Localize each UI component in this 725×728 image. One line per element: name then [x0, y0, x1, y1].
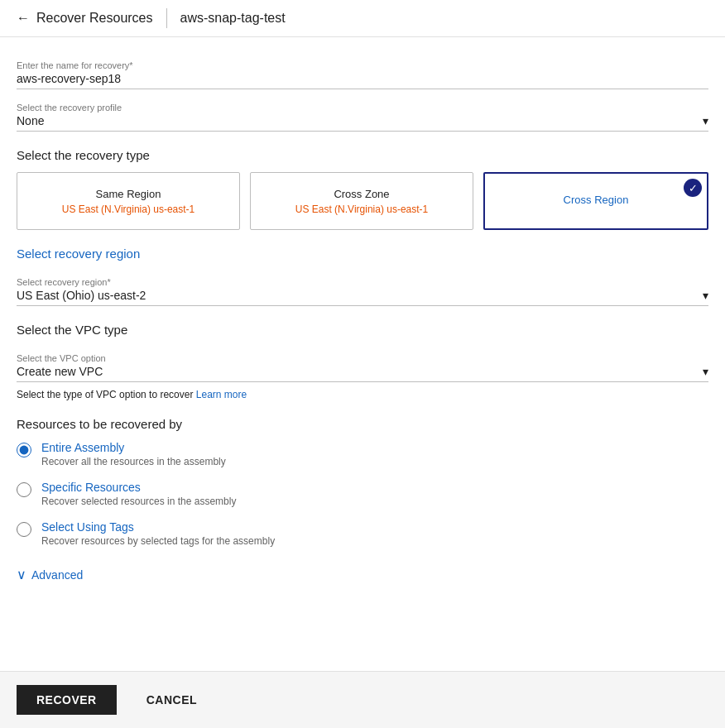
recovery-type-same-region[interactable]: Same Region US East (N.Virginia) us-east… [17, 172, 240, 230]
profile-dropdown[interactable]: None ▾ [17, 114, 708, 127]
header-title: Recover Resources [36, 11, 153, 26]
cross-region-title: Cross Region [564, 194, 629, 206]
back-button[interactable]: ← Recover Resources [17, 11, 153, 26]
same-region-subtitle: US East (N.Virginia) us-east-1 [62, 204, 195, 215]
entire-assembly-desc: Recover all the resources in the assembl… [41, 456, 226, 467]
recovery-region-title: Select recovery region [17, 247, 708, 261]
same-region-title: Same Region [96, 188, 161, 200]
vpc-dropdown[interactable]: Create new VPC ▾ [17, 365, 708, 378]
select-using-tags-option[interactable]: Select Using Tags Recover resources by s… [17, 520, 708, 547]
specific-resources-desc: Recover selected resources in the assemb… [41, 496, 236, 507]
select-using-tags-label: Select Using Tags [41, 520, 275, 534]
selected-check-icon: ✓ [684, 179, 702, 197]
specific-resources-label: Specific Resources [41, 481, 236, 494]
recovery-type-row: Same Region US East (N.Virginia) us-east… [17, 172, 708, 230]
advanced-label: Advanced [31, 568, 83, 582]
back-icon: ← [17, 11, 30, 26]
entire-assembly-option[interactable]: Entire Assembly Recover all the resource… [17, 441, 708, 467]
resources-radio-group: Entire Assembly Recover all the resource… [17, 441, 708, 547]
vpc-dropdown-arrow: ▾ [703, 365, 708, 378]
entire-assembly-content: Entire Assembly Recover all the resource… [41, 441, 226, 467]
specific-resources-option[interactable]: Specific Resources Recover selected reso… [17, 481, 708, 507]
header-subtitle: aws-snap-tag-test [180, 11, 286, 26]
recovery-region-label: Select recovery region* [17, 277, 708, 287]
entire-assembly-radio[interactable] [17, 443, 31, 457]
header: ← Recover Resources aws-snap-tag-test [0, 0, 725, 37]
recovery-type-cross-region[interactable]: ✓ Cross Region [483, 172, 708, 230]
vpc-hint: Select the type of VPC option to recover… [17, 389, 708, 400]
vpc-field: Select the VPC option Create new VPC ▾ [17, 347, 708, 382]
vpc-label: Select the VPC option [17, 353, 708, 363]
vpc-value: Create new VPC [17, 365, 103, 378]
content: Enter the name for recovery* Select the … [0, 37, 725, 665]
select-using-tags-desc: Recover resources by selected tags for t… [41, 535, 275, 547]
profile-label: Select the recovery profile [17, 103, 708, 113]
entire-assembly-label: Entire Assembly [41, 441, 226, 454]
vpc-hint-text: Select the type of VPC option to recover [17, 389, 193, 400]
recovery-type-cross-zone[interactable]: Cross Zone US East (N.Virginia) us-east-… [250, 172, 473, 230]
recovery-region-dropdown[interactable]: US East (Ohio) us-east-2 ▾ [17, 289, 708, 302]
advanced-chevron: ∨ [17, 567, 26, 582]
recovery-region-arrow: ▾ [703, 289, 708, 302]
recovery-type-title: Select the recovery type [17, 148, 708, 162]
profile-value: None [17, 114, 44, 127]
profile-dropdown-arrow: ▾ [703, 114, 708, 127]
resources-title: Resources to be recovered by [17, 417, 708, 431]
vpc-learn-more-link[interactable]: Learn more [196, 389, 247, 400]
name-field: Enter the name for recovery* [17, 54, 708, 89]
specific-resources-radio[interactable] [17, 482, 31, 497]
recover-button[interactable]: RECOVER [17, 685, 117, 715]
footer: RECOVER CANCEL [0, 671, 725, 728]
resources-section: Resources to be recovered by Entire Asse… [17, 417, 708, 547]
cross-zone-subtitle: US East (N.Virginia) us-east-1 [295, 204, 429, 215]
profile-field: Select the recovery profile None ▾ [17, 96, 708, 132]
header-divider [166, 8, 167, 28]
select-using-tags-radio[interactable] [17, 522, 31, 537]
vpc-type-title: Select the VPC type [17, 323, 708, 337]
specific-resources-content: Specific Resources Recover selected reso… [41, 481, 236, 507]
cancel-button[interactable]: CANCEL [130, 685, 214, 715]
recovery-region-value: US East (Ohio) us-east-2 [17, 289, 146, 302]
recovery-region-field: Select recovery region* US East (Ohio) u… [17, 271, 708, 306]
select-using-tags-content: Select Using Tags Recover resources by s… [41, 520, 275, 547]
advanced-section[interactable]: ∨ Advanced [17, 567, 708, 599]
name-label: Enter the name for recovery* [17, 60, 708, 70]
cross-zone-title: Cross Zone [334, 188, 389, 200]
name-input[interactable] [17, 72, 708, 85]
